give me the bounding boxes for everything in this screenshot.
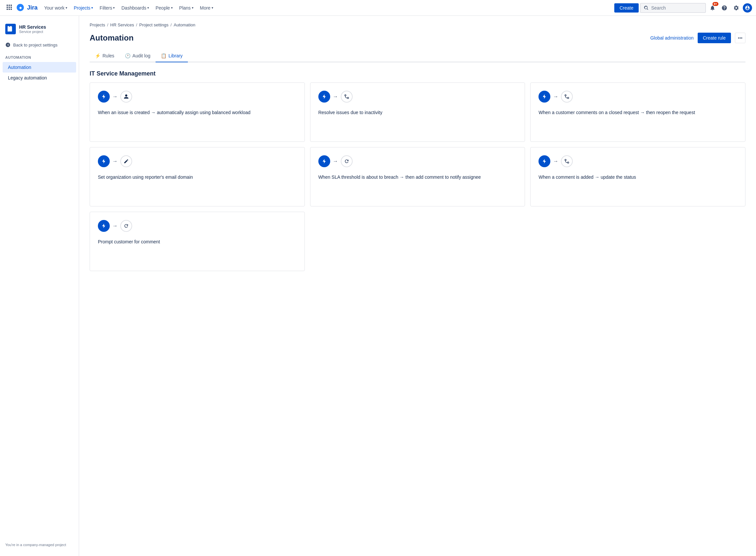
card-icons-3: →	[538, 91, 737, 103]
book-icon: 📋	[161, 53, 166, 58]
flow-icon-2	[561, 91, 573, 103]
nav-people[interactable]: People ▾	[153, 3, 175, 12]
breadcrumb: Projects / HR Services / Project setting…	[90, 23, 746, 27]
notifications-button[interactable]: 9+	[707, 3, 718, 13]
svg-rect-7	[8, 8, 10, 10]
nav-projects[interactable]: Projects ▾	[71, 3, 96, 12]
automation-cards-grid: → When an issue is created → automatical…	[90, 82, 746, 142]
breadcrumb-automation: Automation	[174, 23, 195, 27]
chevron-down-icon: ▾	[171, 6, 173, 9]
sidebar-section-automation: AUTOMATION	[0, 50, 79, 62]
card-text-7: Prompt customer for comment	[98, 238, 297, 245]
svg-rect-3	[7, 7, 8, 8]
breadcrumb-hr-services[interactable]: HR Services	[110, 23, 134, 27]
bolt-blue-icon	[98, 155, 110, 167]
automation-card-1[interactable]: → When an issue is created → automatical…	[90, 82, 305, 142]
svg-rect-2	[10, 5, 12, 6]
settings-button[interactable]	[731, 3, 742, 13]
automation-card-4[interactable]: → Set organization using reporter's emai…	[90, 147, 305, 206]
section-title: IT Service Management	[90, 70, 746, 77]
page-actions: Global administration Create rule •••	[650, 33, 746, 43]
sidebar-item-automation[interactable]: Automation	[3, 62, 76, 73]
bolt-blue-icon	[538, 91, 551, 103]
sidebar-item-legacy-automation[interactable]: Legacy automation	[3, 73, 76, 83]
nav-filters[interactable]: Filters ▾	[97, 3, 117, 12]
sidebar-footer: You're in a company-managed project	[0, 539, 79, 551]
arrow-icon: →	[553, 94, 558, 100]
project-info: HR Services Service project	[0, 21, 79, 40]
card-text-1: When an issue is created → automatically…	[98, 109, 297, 116]
card-text-3: When a customer comments on a closed req…	[538, 109, 737, 116]
bolt-blue-icon	[98, 91, 110, 103]
clock-icon: 🕐	[125, 53, 130, 58]
back-icon	[5, 42, 10, 47]
arrow-icon: →	[112, 223, 118, 229]
automation-card-7[interactable]: → Prompt customer for comment	[90, 212, 305, 271]
page-header: Automation Global administration Create …	[90, 33, 746, 43]
card-text-4: Set organization using reporter's email …	[98, 174, 297, 181]
automation-card-2[interactable]: → Resolve issues due to inactivity	[310, 82, 525, 142]
search-placeholder: Search	[651, 5, 666, 10]
project-type: Service project	[19, 30, 46, 34]
edit-icon	[120, 155, 132, 167]
svg-point-11	[347, 97, 349, 99]
svg-rect-8	[10, 8, 12, 10]
automation-card-3[interactable]: → When a customer comments on a closed r…	[530, 82, 746, 142]
create-rule-button[interactable]: Create rule	[698, 33, 731, 43]
arrow-icon: →	[553, 158, 558, 164]
back-to-settings[interactable]: Back to project settings	[0, 40, 79, 50]
search-icon	[644, 6, 649, 10]
nav-dashboards[interactable]: Dashboards ▾	[119, 3, 152, 12]
notification-badge: 9+	[713, 2, 718, 6]
bolt-blue-icon	[538, 155, 551, 167]
card-icons-5: →	[318, 155, 517, 167]
user-avatar[interactable]	[743, 3, 752, 12]
arrow-icon: →	[333, 94, 338, 100]
arrow-icon: →	[333, 158, 338, 164]
chevron-down-icon: ▾	[192, 6, 193, 9]
card-text-5: When SLA threshold is about to breach → …	[318, 174, 517, 181]
grid-icon[interactable]	[4, 2, 14, 13]
app-logo-text: Jira	[27, 4, 38, 11]
nav-plans[interactable]: Plans ▾	[177, 3, 196, 12]
arrow-icon: →	[112, 158, 118, 164]
global-administration-link[interactable]: Global administration	[650, 35, 694, 41]
breadcrumb-project-settings[interactable]: Project settings	[139, 23, 168, 27]
breadcrumb-projects[interactable]: Projects	[90, 23, 105, 27]
bolt-blue-icon	[318, 91, 330, 103]
automation-cards-grid-2: → Set organization using reporter's emai…	[90, 147, 746, 206]
nav-your-work[interactable]: Your work ▾	[41, 3, 70, 12]
refresh-icon	[341, 155, 353, 167]
project-icon	[5, 24, 16, 34]
refresh-icon-2	[120, 220, 132, 232]
tab-rules[interactable]: ⚡ Rules	[90, 50, 120, 62]
chevron-down-icon: ▾	[147, 6, 149, 9]
card-icons-7: →	[98, 220, 297, 232]
automation-card-5[interactable]: → When SLA threshold is about to breach …	[310, 147, 525, 206]
flow-icon-3	[561, 155, 573, 167]
help-button[interactable]	[719, 3, 730, 13]
create-button[interactable]: Create	[614, 3, 639, 12]
person-icon	[120, 91, 132, 103]
svg-rect-0	[7, 5, 8, 6]
more-options-button[interactable]: •••	[735, 33, 746, 43]
main-content: Projects / HR Services / Project setting…	[79, 16, 756, 556]
svg-rect-6	[7, 8, 8, 10]
card-text-6: When a comment is added → update the sta…	[538, 174, 737, 181]
project-name: HR Services	[19, 25, 46, 30]
card-icons-1: →	[98, 91, 297, 103]
svg-rect-4	[8, 7, 10, 8]
automation-card-6[interactable]: → When a comment is added → update the s…	[530, 147, 746, 206]
top-navigation: Jira Your work ▾ Projects ▾ Filters ▾ Da…	[0, 0, 756, 16]
svg-rect-1	[8, 5, 10, 6]
tab-audit-log[interactable]: 🕐 Audit log	[120, 50, 156, 62]
svg-rect-5	[10, 7, 12, 8]
tabs: ⚡ Rules 🕐 Audit log 📋 Library	[90, 50, 746, 62]
card-icons-6: →	[538, 155, 737, 167]
nav-more[interactable]: More ▾	[197, 3, 216, 12]
flow-icon	[341, 91, 353, 103]
tab-library[interactable]: 📋 Library	[156, 50, 188, 62]
app-logo[interactable]: Jira	[16, 3, 38, 12]
chevron-down-icon: ▾	[212, 6, 213, 9]
search-bar[interactable]: Search	[640, 3, 706, 13]
